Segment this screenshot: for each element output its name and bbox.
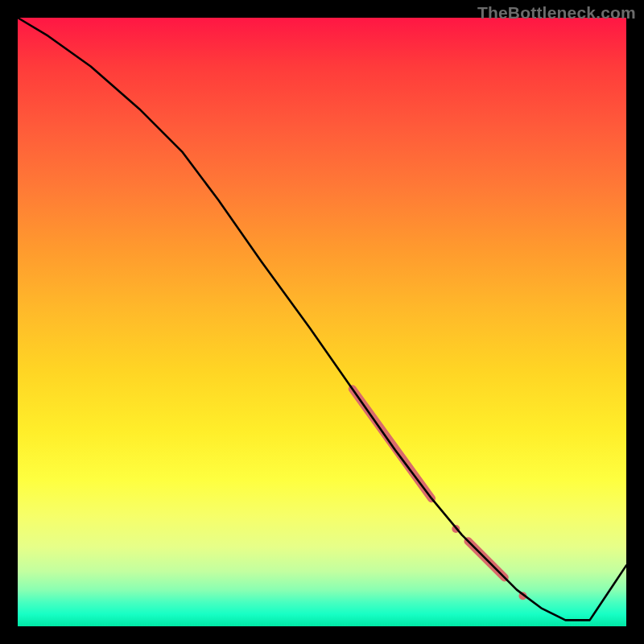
bottleneck-curve <box>18 18 626 620</box>
plot-area <box>18 18 626 626</box>
highlights-layer <box>353 389 527 600</box>
watermark-text: TheBottleneck.com <box>477 3 636 23</box>
chart-frame: TheBottleneck.com <box>0 0 644 644</box>
chart-svg <box>18 18 626 626</box>
